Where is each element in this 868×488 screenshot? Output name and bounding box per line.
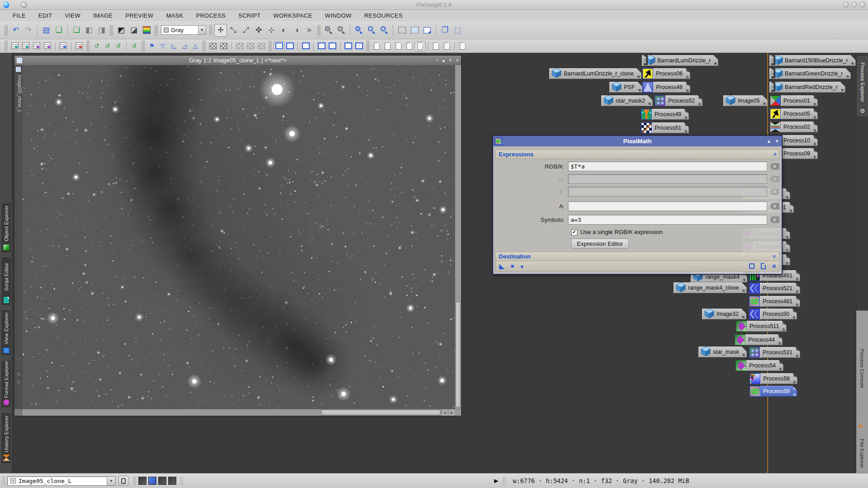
workspace-2-button[interactable] — [148, 477, 156, 485]
display-mode-select[interactable]: Gray▼ — [161, 25, 206, 35]
starfield-image[interactable] — [23, 65, 455, 409]
record-icon[interactable] — [74, 41, 85, 51]
menu-resources[interactable]: RESOURCES — [358, 11, 409, 20]
edit-preview-icon[interactable] — [408, 24, 421, 37]
shade-icon[interactable]: ▴ — [443, 57, 445, 63]
zoom-out-icon[interactable]: − — [335, 24, 348, 37]
horizontal-scrollbar-thumb[interactable] — [321, 410, 440, 415]
flag-icon[interactable]: ⚑ — [146, 41, 157, 51]
document-list-icon[interactable] — [457, 41, 468, 51]
process-icon-Process521[interactable]: Process521ND — [749, 283, 800, 294]
view-icon-star_mask2[interactable]: star_mask2N — [601, 95, 653, 106]
process-icon-Process58[interactable]: Process58ND — [750, 373, 797, 384]
preview-mode-icon[interactable] — [421, 24, 434, 37]
menu-script[interactable]: SCRIPT — [232, 11, 267, 20]
flip-vertical-icon[interactable]: ▽ — [157, 41, 168, 51]
screen-lock-icon[interactable] — [327, 41, 338, 51]
process-icon-Process54[interactable]: Process54ND — [736, 360, 783, 371]
new-image-icon[interactable]: ❏ — [52, 24, 65, 37]
expression-input-symbols[interactable] — [568, 215, 767, 225]
menu-workspace[interactable]: WORKSPACE — [267, 11, 319, 20]
toolbar-grip[interactable] — [203, 41, 206, 52]
edit-identifier-icon[interactable]: ▤ — [40, 24, 52, 37]
strip-tool-icons[interactable]: ⤢⬚⧉◎ — [14, 357, 23, 384]
open-project-icon[interactable] — [382, 41, 393, 51]
refresh-views-icon[interactable]: ↺ — [102, 41, 113, 51]
view-icon-Image05[interactable]: Image05N — [723, 95, 768, 106]
vertical-scrollbar-thumb[interactable] — [456, 302, 461, 407]
track-view-icon[interactable] — [343, 41, 354, 51]
frame-window-icon[interactable]: ⬚ — [451, 24, 464, 37]
minimize-icon[interactable]: − — [435, 57, 438, 63]
reset-icon[interactable]: ¤ — [772, 263, 776, 270]
pointer-icon[interactable]: ➤ — [303, 24, 316, 37]
workspace-1-button[interactable] — [138, 477, 146, 485]
edit-mask-icon[interactable] — [218, 41, 229, 51]
view-icon-Image32[interactable]: Image32N — [702, 309, 746, 319]
mask-select-icon[interactable] — [256, 41, 267, 51]
process-icon-Process48[interactable]: Process48ND — [642, 82, 690, 93]
tab-process-explorer[interactable]: Process Explorer ⚙ — [857, 56, 868, 116]
flip-horizontal-icon[interactable]: △ — [190, 41, 201, 51]
process-icon-Process05[interactable]: Process05ND — [770, 108, 818, 119]
sync-views-icon[interactable]: ↺ — [129, 41, 140, 51]
stf-edit-icon[interactable] — [284, 41, 295, 51]
view-icon-Barnard150BlueDrizzle_r[interactable]: XISFBarnard150BlueDrizzle_rN — [769, 55, 856, 66]
view-selector[interactable]: Image05_clone_L ▼ — [7, 476, 116, 486]
pixelmath-dialog-titlebar[interactable]: PixelMath ▴× — [493, 136, 782, 146]
toolbar-grip[interactable] — [110, 25, 113, 36]
view-icon-range_mask4_clone[interactable]: range_mask4_cloneN — [674, 282, 747, 293]
maximize-window-icon[interactable]: ❐ — [439, 24, 451, 37]
view-icon-PSF[interactable]: PSFN — [609, 82, 642, 93]
zoom-fit-icon[interactable]: ◦ — [365, 24, 378, 37]
stf-boost-icon[interactable]: ↑ — [354, 41, 364, 51]
workspace-3-button[interactable] — [158, 477, 166, 485]
mask-enable-icon[interactable] — [245, 41, 256, 51]
fit-views-icon[interactable]: ✜ — [252, 24, 265, 37]
execute-icon[interactable]: ● — [520, 263, 524, 270]
maximize-icon[interactable]: + — [449, 57, 452, 63]
workspace-grid-icon[interactable] — [58, 41, 69, 51]
pan-mode-icon[interactable]: ✛ — [214, 24, 227, 37]
view-icon-star_mask[interactable]: star_maskN — [698, 347, 747, 357]
tab-view-explorer[interactable]: View Explorer — [1, 310, 11, 356]
tab-process-console[interactable]: Process Console — [856, 318, 868, 419]
frame-icon[interactable]: ⬚ — [17, 365, 21, 369]
process-icon-Process481[interactable]: Process481ND — [749, 296, 800, 307]
toolbar-grip[interactable] — [142, 41, 145, 52]
tab-file-explorer[interactable]: File Explorer — [856, 433, 868, 474]
view-thumbnail-button[interactable] — [118, 476, 128, 486]
stf-reset-icon[interactable] — [300, 41, 311, 51]
toolbar-grip[interactable] — [269, 41, 272, 52]
active-document-icon[interactable] — [415, 41, 425, 51]
process-icon-Process51[interactable]: Process51ND — [641, 122, 689, 133]
undo-icon[interactable]: ↶ — [9, 24, 22, 37]
vertical-scrollbar[interactable] — [455, 65, 461, 409]
image-thumbnail-icon[interactable] — [16, 67, 21, 72]
chevron-down-icon[interactable]: ▼ — [198, 26, 206, 34]
window-controls[interactable] — [843, 2, 865, 8]
scroll-left-icon[interactable]: ◂ — [441, 409, 448, 416]
paste-image-icon[interactable]: ◨ — [95, 24, 108, 37]
clear-icon[interactable]: × — [770, 176, 779, 183]
copy-image-icon[interactable]: ◧ — [83, 24, 95, 37]
close-project-icon[interactable] — [404, 41, 415, 51]
center-view-icon[interactable]: ⊹ — [265, 24, 278, 37]
pixelmath-dialog[interactable]: PixelMath ▴× Expressions » RGB/K:×G:×B:×… — [493, 136, 782, 274]
toolbar-grip[interactable] — [209, 25, 212, 36]
zoom-in-icon[interactable]: + — [322, 24, 335, 37]
process-icon-Process49[interactable]: Process49ND — [641, 109, 689, 120]
chevron-down-icon[interactable]: ▼ — [107, 477, 115, 485]
process-history-icon[interactable] — [9, 41, 20, 51]
clear-icon[interactable]: × — [770, 216, 779, 223]
process-icon-Process06[interactable]: Process06ND — [642, 68, 690, 79]
apply-instance-icon[interactable]: ◣ — [499, 262, 505, 270]
zoom-out-all-icon[interactable]: ⤢ — [240, 24, 252, 37]
browse-documentation-icon[interactable] — [761, 263, 766, 269]
duplicate-image-icon[interactable]: ❏ — [70, 24, 83, 37]
new-instance-icon[interactable] — [749, 263, 755, 269]
workspace-switcher[interactable] — [138, 477, 178, 485]
readout-right-icon[interactable]: ◑ — [290, 24, 303, 37]
process-container-icon[interactable] — [20, 41, 31, 51]
toolbar-grip[interactable] — [86, 41, 90, 52]
